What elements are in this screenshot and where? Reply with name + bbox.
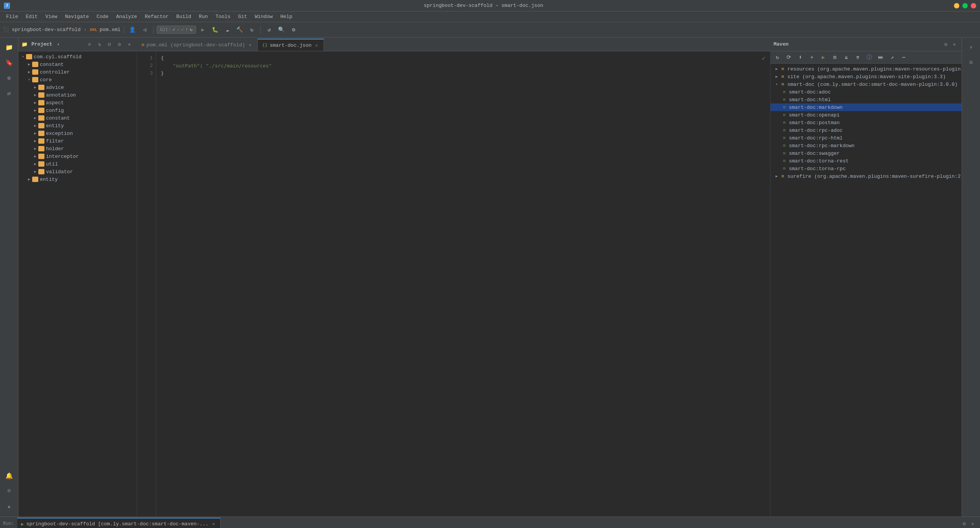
toolbar-run-btn[interactable]: ▶ [198, 25, 208, 35]
menu-analyze[interactable]: Analyze [113, 13, 140, 20]
code-content[interactable]: { "outPath": "./src/main/resources" } [156, 51, 770, 517]
maven-item-smartdoc-rpc-markdown[interactable]: m smart-doc:rpc-markdown [771, 142, 962, 149]
tree-item-filter[interactable]: ▶ filter [18, 137, 137, 145]
toolbar-profile-btn[interactable]: 👤 [127, 25, 138, 35]
panel-settings-btn[interactable]: ⚙ [115, 40, 124, 49]
tree-annotation-label: annotation [46, 92, 76, 98]
menu-run[interactable]: Run [196, 13, 211, 20]
tab-pom-xml[interactable]: m pom.xml (springboot-dev-scaffold) ✕ [137, 39, 258, 51]
maven-surefire-label: surefire (org.apache.maven.plugins:maven… [787, 174, 962, 179]
menu-git[interactable]: Git [235, 13, 250, 20]
close-button[interactable] [971, 3, 976, 8]
tree-item-validator[interactable]: ▶ validator [18, 168, 137, 175]
menu-window[interactable]: Window [252, 13, 276, 20]
branch-selector[interactable]: Git: ✓ ✓ ✓ ↑ ↻ [157, 26, 196, 34]
panel-scope-btn[interactable]: ⊙ [85, 40, 94, 49]
toolbar-coverage-btn[interactable]: ☁ [222, 25, 233, 35]
tree-item-interceptor[interactable]: ▶ interceptor [18, 152, 137, 160]
maven-collapse-btn[interactable]: ⇈ [852, 52, 863, 63]
maven-info-btn[interactable]: ⓘ [864, 52, 875, 63]
maven-item-smartdoc-html[interactable]: m smart-doc:html [771, 96, 962, 103]
tab-smart-doc-close[interactable]: ✕ [314, 43, 319, 48]
tree-item-util[interactable]: ▶ util [18, 160, 137, 168]
maven-close-btn[interactable]: ✕ [950, 40, 959, 49]
maven-item-smartdoc-markdown[interactable]: m smart-doc:markdown [771, 103, 962, 111]
panel-expand-btn[interactable]: ⇅ [95, 40, 104, 49]
maven-run-btn[interactable]: ▶ [818, 52, 829, 63]
toolbar-search-btn[interactable]: 🔍 [276, 25, 287, 35]
sidebar-commit-btn[interactable]: ⊕ [2, 71, 16, 85]
maven-download-btn[interactable]: ⬇ [795, 52, 806, 63]
menu-help[interactable]: Help [277, 13, 295, 20]
maven-item-smartdoc-torna-rest[interactable]: m smart-doc:torna-rest [771, 157, 962, 165]
maven-item-site[interactable]: ▶ m site (org.apache.maven.plugins:maven… [771, 73, 962, 80]
panel-close-btn[interactable]: ✕ [125, 40, 134, 49]
tree-item-holder[interactable]: ▶ holder [18, 145, 137, 152]
sidebar-favorites-btn[interactable]: ★ [2, 500, 16, 513]
maven-skip-btn[interactable]: ⏭ [875, 52, 886, 63]
toolbar-undo-btn[interactable]: ↺ [264, 25, 275, 35]
maven-script-btn[interactable]: m [829, 52, 840, 63]
toolbar-back-btn[interactable]: ◁ [139, 25, 150, 35]
run-tab-active[interactable]: ▶ springboot-dev-scaffold [com.ly.smart-… [17, 518, 221, 528]
right-sidebar-icon1[interactable]: ⚡ [964, 41, 978, 54]
toolbar-sync-btn[interactable]: ↻ [247, 25, 257, 35]
maven-item-smartdoc-postman[interactable]: m smart-doc:postman [771, 119, 962, 126]
sidebar-bookmark-btn[interactable]: 🔖 [2, 56, 16, 70]
sidebar-structure-btn[interactable]: ≡ [2, 484, 16, 498]
maven-more-btn[interactable]: ⋯ [898, 52, 909, 63]
maven-settings-btn[interactable]: ⚙ [942, 40, 950, 49]
maven-add-btn[interactable]: + [807, 52, 817, 63]
toolbar-settings-btn[interactable]: ⚙ [288, 25, 299, 35]
run-panel-settings-btn[interactable]: ⚙ [960, 520, 969, 528]
tree-item-advice[interactable]: ▶ advice [18, 84, 137, 91]
menu-code[interactable]: Code [93, 13, 111, 20]
tree-constant1-arrow: ▶ [26, 61, 32, 67]
maven-expand-btn[interactable]: ⇊ [841, 52, 852, 63]
menu-build[interactable]: Build [173, 13, 194, 20]
tree-item-core[interactable]: ▾ core [18, 76, 137, 84]
maven-item-smartdoc-adoc[interactable]: m smart-doc:adoc [771, 88, 962, 96]
maven-reimport-btn[interactable]: ⟳ [784, 52, 794, 63]
tree-root[interactable]: ▾ com.cyl.scaffold [18, 53, 137, 61]
tab-smart-doc-json[interactable]: {} smart-doc.json ✕ [258, 39, 324, 51]
panel-collapse-btn[interactable]: ⊟ [105, 40, 114, 49]
sidebar-pullrequest-btn[interactable]: ⇄ [2, 87, 16, 100]
minimize-button[interactable] [954, 3, 959, 8]
maven-item-smartdoc[interactable]: ▾ m smart-doc (com.ly.smart-doc:smart-do… [771, 80, 962, 88]
maven-item-smartdoc-rpc-html[interactable]: m smart-doc:rpc-html [771, 134, 962, 142]
tree-item-controller[interactable]: ▶ controller [18, 68, 137, 76]
tab-pom-xml-close[interactable]: ✕ [247, 42, 253, 48]
tree-item-entity-root[interactable]: ▶ entity [18, 175, 137, 183]
menu-navigate[interactable]: Navigate [62, 13, 92, 20]
code-editor[interactable]: 1 2 3 { "outPath": "./src/main/resources… [137, 51, 770, 517]
maximize-button[interactable] [962, 3, 968, 8]
toolbar-build-btn[interactable]: 🔨 [234, 25, 245, 35]
menu-refactor[interactable]: Refactor [142, 13, 172, 20]
toolbar-debug-btn[interactable]: 🐛 [210, 25, 221, 35]
tree-item-aspect[interactable]: ▶ aspect [18, 99, 137, 107]
tree-item-entity[interactable]: ▶ entity [18, 122, 137, 130]
maven-jump-btn[interactable]: ↗ [887, 52, 898, 63]
menu-tools[interactable]: Tools [213, 13, 234, 20]
sidebar-project-btn[interactable]: 📁 [2, 41, 16, 54]
maven-item-smartdoc-torna-rpc[interactable]: m smart-doc:torna-rpc [771, 165, 962, 172]
run-panel-close-btn[interactable]: ✕ [969, 520, 977, 528]
maven-item-smartdoc-openapi[interactable]: m smart-doc:openapi [771, 111, 962, 119]
tree-item-constant1[interactable]: ▶ constant [18, 61, 137, 68]
menu-view[interactable]: View [42, 13, 60, 20]
tree-item-exception[interactable]: ▶ exception [18, 130, 137, 137]
maven-item-resources[interactable]: ▶ m resources (org.apache.maven.plugins:… [771, 65, 962, 73]
maven-refresh-btn[interactable]: ↻ [772, 52, 783, 63]
maven-item-surefire[interactable]: ▶ m surefire (org.apache.maven.plugins:m… [771, 172, 962, 180]
tree-item-constant2[interactable]: ▶ constant [18, 114, 137, 122]
sidebar-notifications-btn[interactable]: 🔔 [2, 469, 16, 483]
tree-item-config[interactable]: ▶ config [18, 107, 137, 114]
maven-item-smartdoc-rpc-adoc[interactable]: m smart-doc:rpc-adoc [771, 126, 962, 134]
tree-item-annotation[interactable]: ▶ annotation [18, 91, 137, 99]
menu-edit[interactable]: Edit [23, 13, 41, 20]
maven-item-smartdoc-swagger[interactable]: m smart-doc:swagger [771, 149, 962, 157]
menu-file[interactable]: File [3, 13, 21, 20]
right-sidebar-icon2[interactable]: ≡ [964, 56, 978, 70]
run-tab-close[interactable]: ✕ [211, 521, 216, 527]
